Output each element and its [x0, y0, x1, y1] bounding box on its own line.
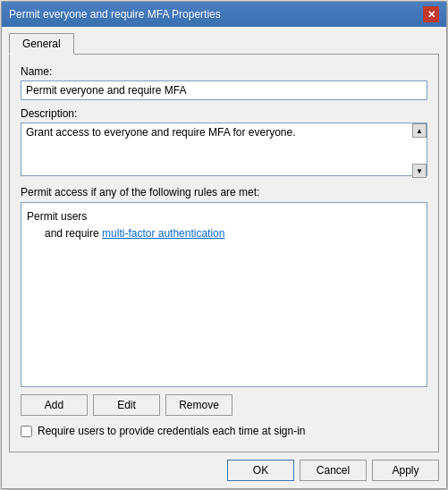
close-button[interactable]: ✕ [423, 6, 439, 22]
tab-general[interactable]: General [9, 33, 74, 55]
description-container: Grant access to everyone and require MFA… [21, 122, 427, 179]
rule-link[interactable]: multi-factor authentication [102, 227, 224, 240]
apply-button[interactable]: Apply [372, 460, 439, 481]
edit-button[interactable]: Edit [93, 394, 160, 416]
tab-bar: General [2, 27, 446, 54]
tab-content-area: Name: Description: Grant access to every… [9, 54, 439, 452]
name-input[interactable] [21, 80, 427, 100]
remove-button[interactable]: Remove [165, 394, 232, 416]
title-bar-text: Permit everyone and require MFA Properti… [9, 8, 221, 21]
name-label: Name: [21, 65, 427, 78]
description-label: Description: [21, 107, 427, 120]
action-buttons: Add Edit Remove [21, 394, 427, 416]
title-bar: Permit everyone and require MFA Properti… [2, 2, 446, 27]
rules-label: Permit access if any of the following ru… [21, 186, 427, 199]
rules-box: Permit users and require multi-factor au… [21, 202, 427, 387]
rule-line-1: Permit users [27, 208, 421, 225]
rule-prefix: and require [45, 227, 102, 240]
description-textarea[interactable]: Grant access to everyone and require MFA… [21, 122, 427, 176]
scroll-up-button[interactable]: ▲ [412, 123, 427, 138]
scroll-down-button[interactable]: ▼ [412, 164, 427, 178]
add-button[interactable]: Add [21, 394, 88, 416]
dialog-window: Permit everyone and require MFA Properti… [1, 1, 447, 489]
rule-line-2: and require multi-factor authentication [27, 225, 421, 242]
credentials-checkbox[interactable] [21, 426, 32, 437]
dialog-footer: OK Cancel Apply [2, 452, 446, 488]
scrollbar: ▲ ▼ [412, 123, 427, 178]
cancel-button[interactable]: Cancel [300, 460, 367, 481]
credentials-checkbox-label: Require users to provide credentials eac… [38, 425, 305, 437]
ok-button[interactable]: OK [227, 460, 294, 481]
checkbox-row: Require users to provide credentials eac… [21, 425, 427, 437]
